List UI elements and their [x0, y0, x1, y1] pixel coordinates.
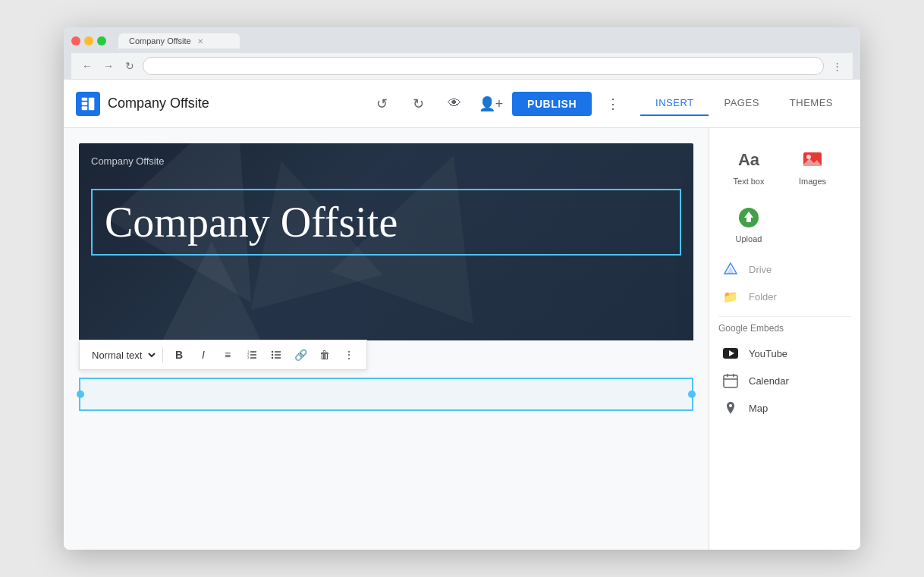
browser-titlebar: Company Offsite ✕	[71, 33, 853, 49]
images-icon	[799, 146, 826, 174]
embeds-section-header: Google Embeds	[718, 323, 851, 334]
map-label: Map	[749, 403, 768, 414]
insert-images-item[interactable]: Images	[782, 140, 843, 192]
hero-container: Company Offsite Company Offsite	[79, 143, 693, 411]
app-container: Company Offsite ↺ ↻ 👁 👤+ PUBLISH ⋮ INSER…	[64, 80, 860, 550]
insert-folder-item[interactable]: 📁 Folder	[718, 283, 851, 310]
youtube-icon	[721, 344, 740, 362]
images-svg	[802, 149, 823, 171]
svg-rect-2	[82, 106, 88, 110]
delete-button[interactable]: 🗑	[313, 343, 336, 366]
unordered-list-icon	[271, 350, 281, 360]
link-button[interactable]: 🔗	[289, 343, 312, 366]
calendar-svg	[723, 373, 738, 388]
svg-point-29	[729, 404, 732, 407]
tab-bar: Company Offsite ✕	[118, 33, 240, 49]
insert-calendar-item[interactable]: Calendar	[718, 367, 851, 394]
share-button[interactable]: 👤+	[476, 89, 506, 119]
refresh-button[interactable]: ↻	[121, 58, 138, 74]
insert-textbox-item[interactable]: Aa Text box	[718, 140, 779, 192]
maximize-traffic-light[interactable]	[97, 36, 106, 45]
resize-handle-right[interactable]	[688, 390, 696, 398]
svg-point-15	[272, 357, 273, 359]
traffic-lights	[71, 36, 106, 45]
back-button[interactable]: ←	[79, 58, 96, 74]
youtube-svg	[723, 348, 738, 359]
more-button[interactable]: ⋮	[338, 343, 360, 366]
insert-upload-item[interactable]: Upload	[718, 198, 779, 249]
svg-rect-1	[82, 102, 88, 105]
undo-button[interactable]: ↺	[366, 89, 397, 119]
header-actions: ↺ ↻ 👁 👤+ PUBLISH ⋮	[366, 89, 628, 119]
align-button[interactable]: ≡	[216, 343, 239, 366]
main-area: Company Offsite Company Offsite	[64, 128, 860, 550]
address-bar[interactable]	[143, 57, 824, 75]
text-input-area[interactable]	[79, 378, 693, 411]
images-label: Images	[799, 177, 826, 186]
svg-rect-0	[82, 97, 88, 100]
tab-themes[interactable]: THEMES	[775, 91, 848, 116]
ordered-list-button[interactable]: 1 2 3	[240, 343, 263, 366]
unordered-list-button[interactable]	[265, 343, 288, 366]
upload-svg	[738, 207, 759, 228]
tab-insert[interactable]: INSERT	[640, 91, 709, 116]
page-hero: Company Offsite Company Offsite	[79, 143, 693, 340]
svg-text:3: 3	[247, 356, 250, 359]
canvas-area[interactable]: Company Offsite Company Offsite	[64, 128, 709, 550]
upload-label: Upload	[736, 234, 762, 243]
calendar-label: Calendar	[749, 375, 789, 387]
ordered-list-icon: 1 2 3	[247, 350, 257, 360]
panel-insert-row-2: Upload	[718, 198, 851, 249]
browser-tab[interactable]: Company Offsite ✕	[118, 33, 240, 49]
app-header: Company Offsite ↺ ↻ 👁 👤+ PUBLISH ⋮ INSER…	[64, 80, 860, 128]
drive-icon	[721, 260, 740, 278]
right-panel: Aa Text box Images	[709, 128, 860, 550]
browser-toolbar: ← → ↻ ⋮	[71, 53, 853, 80]
upload-icon	[735, 204, 762, 231]
extensions-icon[interactable]: ⋮	[828, 58, 845, 74]
tab-close-icon[interactable]: ✕	[197, 37, 203, 45]
forward-button[interactable]: →	[100, 58, 117, 74]
panel-tabs: INSERT PAGES THEMES	[640, 91, 848, 116]
calendar-icon	[721, 372, 740, 390]
map-svg	[723, 400, 738, 416]
insert-drive-item[interactable]: Drive	[718, 256, 851, 283]
svg-point-17	[806, 155, 811, 159]
svg-point-14	[272, 354, 273, 356]
app-logo: Company Offsite	[76, 92, 209, 116]
more-options-button[interactable]: ⋮	[598, 89, 628, 119]
publish-button[interactable]: PUBLISH	[512, 92, 592, 116]
preview-button[interactable]: 👁	[439, 89, 470, 119]
insert-youtube-item[interactable]: YouTube	[718, 340, 851, 367]
text-style-select[interactable]: Normal text	[86, 349, 158, 362]
textbox-icon: Aa	[735, 146, 762, 174]
hero-title-area[interactable]: Company Offsite	[91, 189, 681, 256]
sites-logo-icon	[76, 92, 100, 116]
resize-handle-left[interactable]	[77, 390, 84, 398]
panel-insert-row-1: Aa Text box Images	[718, 140, 851, 192]
drive-label: Drive	[749, 264, 772, 275]
svg-rect-25	[724, 375, 737, 387]
youtube-label: YouTube	[749, 348, 787, 359]
toolbar-divider-1	[162, 347, 163, 362]
svg-point-13	[272, 351, 273, 353]
minimize-traffic-light[interactable]	[84, 36, 93, 45]
close-traffic-light[interactable]	[71, 36, 80, 45]
map-icon	[721, 399, 740, 417]
textbox-label: Text box	[734, 177, 765, 186]
hero-site-name: Company Offsite	[91, 155, 165, 167]
folder-icon: 📁	[721, 287, 740, 306]
insert-map-item[interactable]: Map	[718, 394, 851, 422]
browser-chrome: Company Offsite ✕ ← → ↻ ⋮	[64, 27, 860, 80]
drive-svg	[723, 262, 738, 277]
app-title: Company Offsite	[108, 96, 209, 111]
tab-pages[interactable]: PAGES	[709, 91, 774, 116]
folder-label: Folder	[749, 291, 777, 303]
bold-button[interactable]: B	[168, 343, 190, 366]
redo-button[interactable]: ↻	[403, 89, 433, 119]
tab-title: Company Offsite	[129, 36, 191, 45]
italic-button[interactable]: I	[192, 343, 215, 366]
hero-title-text: Company Offsite	[105, 198, 668, 246]
browser-window: Company Offsite ✕ ← → ↻ ⋮	[64, 27, 860, 550]
sites-logo-svg	[80, 96, 96, 111]
